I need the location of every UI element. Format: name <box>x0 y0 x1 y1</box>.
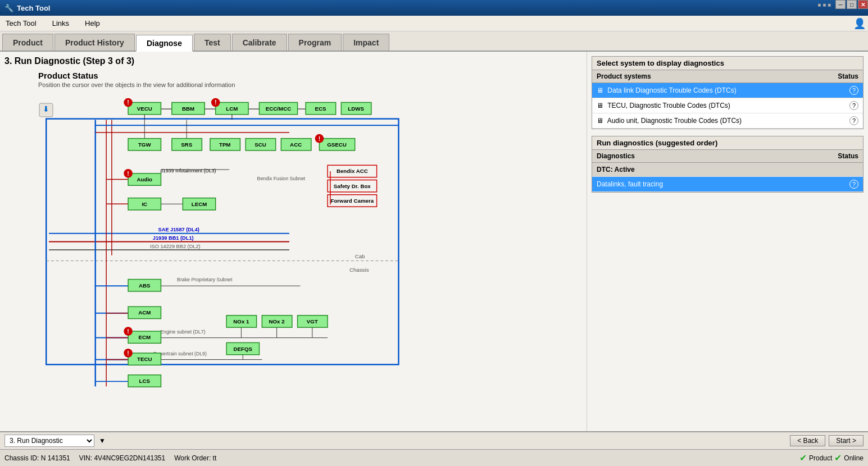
system-row-audio-status: ? <box>819 113 863 129</box>
question-icon-2: ? <box>849 101 858 110</box>
system-row-tecu[interactable]: 🖥 TECU, Diagnostic Trouble Codes (DTCs) … <box>592 98 863 113</box>
svg-text:ECS: ECS <box>315 106 326 112</box>
chassis-id: Chassis ID: N 141351 <box>4 454 70 462</box>
svg-text:Cab: Cab <box>355 253 365 259</box>
svg-text:ACM: ACM <box>138 309 151 316</box>
tab-calibrate[interactable]: Calibrate <box>232 34 287 51</box>
tab-impact[interactable]: Impact <box>343 34 389 51</box>
svg-text:!: ! <box>319 135 321 142</box>
svg-text:LCM: LCM <box>226 106 238 112</box>
tab-diagnose[interactable]: Diagnose <box>136 35 193 52</box>
user-icon: 👤 <box>853 18 866 29</box>
title-bar: 🔧 Tech Tool ■ ■ ■ ─ □ ✕ <box>0 0 868 16</box>
back-button[interactable]: < Back <box>790 435 825 446</box>
svg-text:Chassis: Chassis <box>349 267 369 273</box>
diag-row-datalinks-label: Datalinks, fault tracing <box>592 177 787 192</box>
page-title: 3. Run Diagnostic (Step 3 of 3) <box>4 56 582 66</box>
system-icon-2: 🖥 <box>597 102 603 109</box>
product-check-icon: ✔ <box>799 453 807 463</box>
svg-text:Powertrain subnet (DL9): Powertrain subnet (DL9) <box>153 351 207 357</box>
svg-text:ECC/MCC: ECC/MCC <box>266 106 291 112</box>
system-row-dtc[interactable]: 🖥 Data link Diagnostic Trouble Codes (DT… <box>592 83 863 98</box>
system-row-dtc-label: 🖥 Data link Diagnostic Trouble Codes (DT… <box>592 83 819 98</box>
tab-program[interactable]: Program <box>288 34 342 51</box>
svg-text:SAE J1587 (DL4): SAE J1587 (DL4) <box>158 227 199 232</box>
maximize-button[interactable]: □ <box>847 0 857 9</box>
tab-test[interactable]: Test <box>194 34 231 51</box>
bottom-bar: 3. Run Diagnostic ▼ < Back Start > <box>0 431 868 449</box>
question-icon-3: ? <box>849 116 858 125</box>
svg-text:!: ! <box>127 170 129 177</box>
bottom-right: < Back Start > <box>790 435 864 446</box>
title-bar-left: 🔧 Tech Tool <box>4 4 50 12</box>
menu-techtool[interactable]: Tech Tool <box>2 18 40 29</box>
svg-text:ISO 14229 BB2 (DL2): ISO 14229 BB2 (DL2) <box>150 244 201 249</box>
work-order: Work Order: tt <box>174 454 216 462</box>
minimize-button[interactable]: ─ <box>835 0 846 9</box>
svg-text:!: ! <box>215 99 217 106</box>
system-row-audio[interactable]: 🖥 Audio unit, Diagnostic Trouble Codes (… <box>592 113 863 129</box>
svg-text:TGW: TGW <box>138 141 151 148</box>
question-icon: ? <box>849 86 858 95</box>
svg-text:ACC: ACC <box>290 141 302 148</box>
svg-text:TPM: TPM <box>219 141 231 148</box>
nav-tabs: Product Product History Diagnose Test Ca… <box>0 31 868 52</box>
svg-text:!: ! <box>127 350 129 357</box>
system-icon-3: 🖥 <box>597 117 603 125</box>
diagnostics-section: Run diagnostics (suggested order) Diagno… <box>592 136 864 193</box>
diag-group-label: DTC: Active <box>592 163 863 177</box>
svg-text:Engine subnet (DL7): Engine subnet (DL7) <box>160 329 205 335</box>
systems-section: Select system to display diagnostics Pro… <box>592 56 864 129</box>
vin: VIN: 4V4NC9EG2DN141351 <box>79 454 165 462</box>
systems-col-product: Product systems <box>592 70 819 83</box>
svg-text:Bendix Fusion Subnet: Bendix Fusion Subnet <box>257 176 306 181</box>
diagnostics-table: Diagnostics Status DTC: Active Datalinks… <box>592 150 863 192</box>
product-status-label: Product <box>809 454 832 462</box>
app-icon: 🔧 <box>4 4 13 12</box>
left-panel: 3. Run Diagnostic (Step 3 of 3) Product … <box>0 52 587 431</box>
diagnostics-header: Run diagnostics (suggested order) <box>592 136 863 150</box>
svg-text:Bendix ACC: Bendix ACC <box>337 168 368 174</box>
svg-text:NOx 1: NOx 1 <box>233 318 249 325</box>
systems-col-status: Status <box>819 70 863 83</box>
svg-text:Brake Proprietary Subnet: Brake Proprietary Subnet <box>177 277 233 282</box>
svg-text:NOx 2: NOx 2 <box>269 318 285 325</box>
start-button[interactable]: Start > <box>829 435 864 446</box>
close-button[interactable]: ✕ <box>858 0 868 9</box>
bottom-left: 3. Run Diagnostic ▼ <box>4 435 106 447</box>
diagram-area: Cab Chassis SAE J1587 (DL4) J1939 BB1 (D… <box>38 92 420 389</box>
online-status-label: Online <box>844 454 864 462</box>
svg-text:VECU: VECU <box>137 106 152 112</box>
svg-text:J1939 Infotainment (DL3): J1939 Infotainment (DL3) <box>161 168 216 173</box>
diag-col-name: Diagnostics <box>592 150 787 163</box>
svg-text:BBM: BBM <box>182 106 194 112</box>
svg-text:DEFQS: DEFQS <box>234 346 253 352</box>
systems-table: Product systems Status 🖥 Data link Diagn… <box>592 70 863 129</box>
svg-text:LECM: LECM <box>192 201 207 207</box>
svg-text:Safety Dr. Box: Safety Dr. Box <box>334 183 371 189</box>
menu-help[interactable]: Help <box>81 18 103 29</box>
menu-bar: Tech Tool Links Help 👤 <box>0 16 868 31</box>
status-bar: Chassis ID: N 141351 VIN: 4V4NC9EG2DN141… <box>0 449 868 466</box>
menu-links[interactable]: Links <box>49 18 72 29</box>
svg-text:LDWS: LDWS <box>348 106 364 112</box>
svg-text:SCU: SCU <box>255 141 266 148</box>
svg-text:!: ! <box>127 99 129 106</box>
online-check-icon: ✔ <box>834 453 842 463</box>
right-panel: Select system to display diagnostics Pro… <box>587 52 868 431</box>
title-bar-controls: ─ □ ✕ <box>835 0 868 9</box>
step-dropdown[interactable]: 3. Run Diagnostic <box>4 435 94 447</box>
diag-row-datalinks[interactable]: Datalinks, fault tracing ? <box>592 177 863 192</box>
svg-text:LCS: LCS <box>139 378 151 384</box>
svg-text:VGT: VGT <box>307 318 318 325</box>
svg-text:SRS: SRS <box>181 141 193 148</box>
svg-text:Audio: Audio <box>137 176 153 182</box>
systems-header: Select system to display diagnostics <box>592 57 863 70</box>
tab-product-history[interactable]: Product History <box>54 34 135 51</box>
question-icon-4: ? <box>849 180 858 189</box>
app-title: Tech Tool <box>17 4 50 12</box>
svg-text:ECM: ECM <box>138 334 151 340</box>
tab-product[interactable]: Product <box>2 34 53 51</box>
product-status-hint: Position the cursor over the objects in … <box>38 81 582 88</box>
status-online: ✔ Product ✔ Online <box>799 453 864 463</box>
